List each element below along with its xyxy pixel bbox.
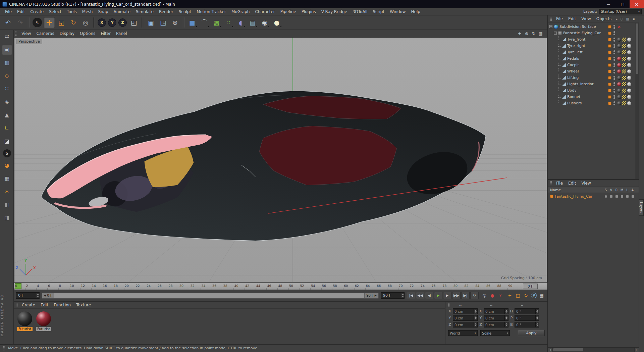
phong-tag-icon[interactable] [627, 95, 631, 99]
rotation-field[interactable]: 0 ° [515, 322, 539, 328]
visibility-toggles[interactable] [613, 76, 615, 80]
layer-color-chip[interactable] [608, 102, 611, 105]
materials-menu-edit[interactable]: Edit [38, 303, 51, 307]
cycle-icon[interactable]: ↻ [470, 292, 479, 299]
go-to-end-icon[interactable]: ▶| [461, 292, 470, 299]
position-field[interactable]: 0 cm [453, 308, 478, 314]
uvw-tag-icon[interactable] [622, 76, 626, 80]
lock-y-axis-icon[interactable]: Y [108, 18, 116, 27]
menu-edit[interactable]: Edit [14, 8, 28, 15]
menu-3dtoall[interactable]: 3DToAll [350, 8, 370, 15]
add-cube-icon[interactable]: ■ [186, 17, 198, 28]
layer-toggle-m[interactable] [619, 195, 625, 198]
uvw-tag-icon[interactable] [622, 44, 626, 48]
menu-animate[interactable]: Animate [111, 8, 133, 15]
object-row[interactable]: Pushers [548, 100, 635, 106]
object-name[interactable]: Tyre_left [567, 50, 583, 54]
go-to-start-icon[interactable]: |◀ [407, 292, 415, 299]
layout-selector[interactable]: Startup (User) ▾ [599, 9, 642, 14]
menu-sculpt[interactable]: Sculpt [176, 8, 194, 15]
viewport-toggle-icon[interactable]: ▦ [538, 31, 543, 36]
coord-system-select[interactable]: World ▾ [448, 330, 478, 336]
phong-tag-icon[interactable] [627, 69, 631, 73]
uvw-tag-icon[interactable] [622, 101, 626, 105]
menu-tools[interactable]: Tools [64, 8, 79, 15]
lock-z-axis-icon[interactable]: Z [118, 18, 127, 27]
quantize-icon[interactable]: ∗ [2, 187, 12, 197]
layer-toggle-s[interactable] [603, 195, 608, 198]
rotation-field[interactable]: 0 ° [515, 308, 539, 314]
visibility-toggles[interactable] [613, 82, 615, 86]
material-tag-icon[interactable] [617, 101, 621, 105]
move-tool-icon[interactable]: + [44, 17, 55, 28]
panel-grip[interactable] [15, 303, 18, 307]
expander-icon[interactable]: − [549, 25, 552, 28]
phong-tag-icon[interactable] [627, 101, 631, 105]
object-name[interactable]: Subdivision Surface [559, 24, 596, 29]
previous-frame-icon[interactable]: ◀ [425, 292, 433, 299]
environment-icon[interactable]: ▤ [247, 17, 258, 28]
menu-pipeline[interactable]: Pipeline [278, 8, 299, 15]
phong-tag-icon[interactable] [627, 76, 631, 80]
layers-menu-edit[interactable]: Edit [566, 181, 579, 186]
next-key-icon[interactable]: ▶▶ [452, 292, 461, 299]
om-filter-icon[interactable]: ▥ [625, 16, 630, 21]
menu-script[interactable]: Script [370, 8, 387, 15]
visibility-toggles[interactable] [613, 101, 615, 105]
render-settings-icon[interactable]: ⊛ [169, 17, 181, 28]
phong-tag-icon[interactable] [627, 38, 631, 42]
menu-window[interactable]: Window [387, 8, 408, 15]
range-slider[interactable]: ◀ 0 F 90 F ▶ [42, 293, 379, 299]
object-row[interactable]: Lights_interior [548, 81, 635, 87]
phong-tag-icon[interactable] [627, 44, 631, 48]
scroll-right-icon[interactable]: ▸ [634, 348, 639, 352]
camera-icon[interactable]: ◉ [259, 17, 270, 28]
next-frame-icon[interactable]: ▶ [443, 292, 451, 299]
layer-toggle-l[interactable] [625, 195, 630, 198]
uvw-tag-icon[interactable] [622, 38, 626, 42]
object-row[interactable]: −Fantastic_Flying_Car [548, 30, 635, 36]
minimize-button[interactable]: — [601, 0, 615, 8]
object-name[interactable]: Lifting [567, 76, 579, 80]
locked-workplane-icon[interactable]: ▦ [2, 173, 12, 184]
viewport-menu-filter[interactable]: Filter [98, 31, 113, 36]
render-view-icon[interactable]: ▣ [145, 17, 157, 28]
object-name[interactable]: Wheel [567, 69, 579, 73]
viewport-menu-options[interactable]: Options [77, 31, 98, 36]
viewport-menu-cameras[interactable]: Cameras [34, 31, 57, 36]
field-spinner[interactable] [474, 309, 477, 314]
layer-name[interactable]: Fantastic_Flying_Car [555, 194, 592, 199]
material-tag-icon[interactable] [617, 50, 621, 54]
visibility-toggles[interactable] [613, 57, 615, 61]
visibility-toggles[interactable] [613, 69, 615, 73]
scrollbar-thumb[interactable] [553, 348, 583, 351]
uvw-tag-icon[interactable] [622, 63, 626, 67]
object-name[interactable]: Fantastic_Flying_Car [563, 31, 601, 35]
live-selection-icon[interactable]: ↖ [33, 18, 42, 27]
panel-grip[interactable] [15, 31, 17, 36]
layers-menu-file[interactable]: File [553, 181, 566, 186]
key-selection-icon[interactable]: ▦ [538, 292, 545, 299]
object-row[interactable]: Lifting [548, 74, 635, 81]
viewport-solo-icon[interactable]: S [3, 149, 11, 157]
viewport-pan-icon[interactable]: + [517, 31, 522, 36]
object-row[interactable]: −Subdivision Surface× [548, 23, 635, 30]
field-spinner[interactable] [535, 315, 539, 320]
layer-color-chip[interactable] [608, 63, 611, 67]
array-generator-icon[interactable]: ∷ [223, 17, 234, 28]
coordinate-system-icon[interactable]: ◰ [128, 17, 140, 28]
visibility-toggles[interactable] [613, 63, 615, 67]
visibility-toggles[interactable] [613, 31, 615, 35]
frame-spinner[interactable] [36, 293, 40, 298]
uvw-tag-icon[interactable] [622, 95, 626, 99]
close-button[interactable]: × [630, 0, 644, 8]
menu-simulate[interactable]: Simulate [133, 8, 156, 15]
pen-spline-icon[interactable]: ⌒ [199, 17, 210, 28]
material-tag-icon[interactable] [617, 44, 621, 48]
om-menu-view[interactable]: View [579, 16, 593, 21]
menu-create[interactable]: Create [28, 8, 46, 15]
visibility-toggles[interactable] [613, 25, 615, 29]
workplane-mode-icon[interactable]: ◇ [2, 71, 12, 81]
field-spinner[interactable] [535, 309, 539, 314]
object-name[interactable]: Pedals [567, 56, 579, 61]
